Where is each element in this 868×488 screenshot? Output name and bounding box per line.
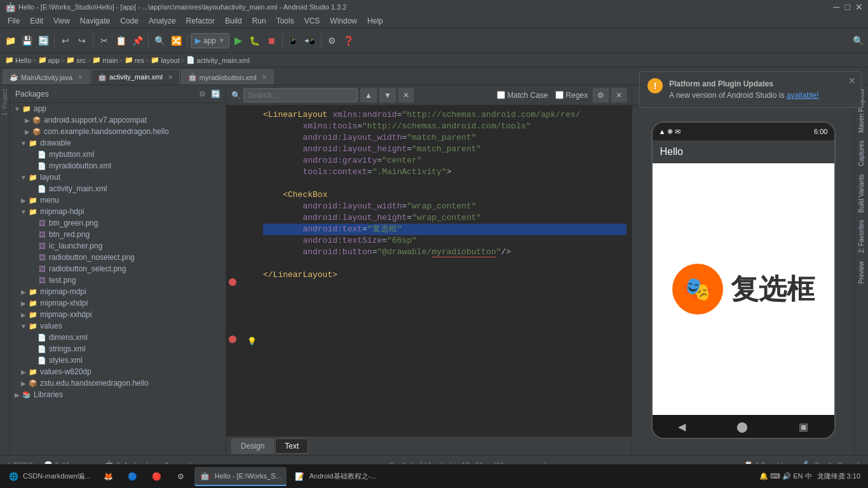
tab-close-mainactivity[interactable]: ✕ xyxy=(78,74,83,81)
toolbar-save[interactable]: 💾 xyxy=(19,33,34,48)
run-config-dropdown[interactable]: ▶ app ▼ xyxy=(191,33,229,48)
maximize-button[interactable]: □ xyxy=(845,2,850,12)
breadcrumb-file[interactable]: activity_main.xml xyxy=(196,57,250,64)
toolbar-undo[interactable]: ↩ xyxy=(58,33,73,48)
taskbar-word[interactable]: 📝 Android基础教程之-... xyxy=(289,467,382,486)
find-close-button[interactable]: ✕ xyxy=(398,88,414,102)
taskbar-android-studio[interactable]: 🤖 Hello - [E:\Works_S... xyxy=(194,467,287,486)
menu-vcs[interactable]: VCS xyxy=(299,15,325,27)
menu-window[interactable]: Window xyxy=(325,15,362,27)
nav-back[interactable]: ◀ xyxy=(678,421,686,433)
code-editor[interactable]: 💡 <LinearLayout xmlns:android="http://sc… xyxy=(226,105,632,436)
help[interactable]: ❓ xyxy=(341,33,356,48)
menu-run[interactable]: Run xyxy=(247,15,271,27)
toolbar-replace[interactable]: 🔀 xyxy=(168,33,184,48)
taskbar-firefox[interactable]: 🦊 xyxy=(98,467,119,486)
toolbar-open[interactable]: 📁 xyxy=(3,33,18,48)
search-everywhere[interactable]: 🔍 xyxy=(850,33,865,48)
menu-navigate[interactable]: Navigate xyxy=(75,15,115,27)
tab-mainactivity[interactable]: ☕ MainActivity.java ✕ xyxy=(3,69,90,85)
menu-analyze[interactable]: Analyze xyxy=(144,15,181,27)
tree-item-dimens[interactable]: 📄 dimens.xml xyxy=(10,332,226,343)
tree-item-mybutton[interactable]: 📄 mybutton.xml xyxy=(10,149,226,160)
toolbar-search[interactable]: 🔍 xyxy=(152,33,167,48)
menu-code[interactable]: Code xyxy=(115,15,144,27)
tree-item-strings[interactable]: 📄 strings.xml xyxy=(10,343,226,355)
match-case-checkbox[interactable]: Match Case xyxy=(497,91,548,100)
tree-item-styles[interactable]: 📄 styles.xml xyxy=(10,355,226,366)
tab-close-activitymain[interactable]: ✕ xyxy=(168,74,173,81)
tree-item-mipmap-mdpi[interactable]: ▶ 📁 mipmap-mdpi xyxy=(10,286,226,297)
code-content[interactable]: <LinearLayout xmlns:android="http://sche… xyxy=(258,108,632,433)
find-input[interactable] xyxy=(243,88,358,102)
tree-item-radiobutton-noselect[interactable]: 🖼 radiobutton_noselect.png xyxy=(10,252,226,263)
tree-sync-icon[interactable]: 🔄 xyxy=(211,90,220,98)
tree-item-layout[interactable]: ▼ 📁 layout xyxy=(10,172,226,183)
nav-recent[interactable]: ▣ xyxy=(799,421,808,433)
tab-activity-main[interactable]: 🤖 activity_main.xml ✕ xyxy=(91,69,180,85)
toolbar-copy[interactable]: 📋 xyxy=(113,33,128,48)
taskbar-settings[interactable]: ⚙ xyxy=(170,467,192,486)
breadcrumb-src[interactable]: src xyxy=(76,57,86,64)
tree-item-menu[interactable]: ▶ 📁 menu xyxy=(10,194,226,206)
tab-myradiobutton[interactable]: 🤖 myradiobutton.xml ✕ xyxy=(181,69,274,85)
breadcrumb-app[interactable]: app xyxy=(48,57,60,64)
menu-help[interactable]: Help xyxy=(362,15,388,27)
tree-item-mipmap-xhdpi[interactable]: ▶ 📁 mipmap-xhdpi xyxy=(10,297,226,309)
tree-item-mipmap-xxhdpi[interactable]: ▶ 📁 mipmap-xxhdpi xyxy=(10,309,226,320)
tree-item-btn-red[interactable]: 🖼 btn_red.png xyxy=(10,229,226,240)
stop-button[interactable]: ⏹ xyxy=(264,33,279,48)
toolbar-paste[interactable]: 📌 xyxy=(130,33,145,48)
text-tab[interactable]: Text xyxy=(275,438,308,454)
regex-input[interactable] xyxy=(555,91,564,99)
menu-refactor[interactable]: Refactor xyxy=(181,15,220,27)
match-case-input[interactable] xyxy=(497,91,505,99)
preview-label[interactable]: Preview xyxy=(858,257,865,288)
find-settings-button[interactable]: ⚙ xyxy=(593,88,609,102)
toolbar-sync[interactable]: 🔄 xyxy=(36,33,51,48)
avd-manager[interactable]: 📲 xyxy=(302,33,318,48)
find-prev-button[interactable]: ▲ xyxy=(360,88,377,102)
toolbar-redo[interactable]: ↪ xyxy=(74,33,90,48)
menu-edit[interactable]: Edit xyxy=(25,15,48,27)
debug-button[interactable]: 🐛 xyxy=(247,33,262,48)
tree-item-zstu[interactable]: ▶ 📦 zstu.edu.handsomedragon.hello xyxy=(10,377,226,389)
menu-view[interactable]: View xyxy=(48,15,75,27)
menu-build[interactable]: Build xyxy=(220,15,247,27)
sdk-manager[interactable]: 📱 xyxy=(286,33,301,48)
tree-item-appcompat[interactable]: ▶ 📦 android.support.v7.appcompat xyxy=(10,114,226,126)
taskbar-chrome[interactable]: 🔵 xyxy=(122,467,144,486)
tree-item-values-w820dp[interactable]: ▶ 📁 values-w820dp xyxy=(10,366,226,377)
breadcrumb-main[interactable]: main xyxy=(102,57,118,64)
breadcrumb-hello[interactable]: Hello xyxy=(15,57,31,64)
breadcrumb-res[interactable]: res xyxy=(135,57,144,64)
toolbar-cut[interactable]: ✂ xyxy=(97,33,112,48)
tree-item-ic-launcher[interactable]: 🖼 ic_launcher.png xyxy=(10,240,226,252)
menu-file[interactable]: File xyxy=(3,15,25,27)
find-close2-button[interactable]: ✕ xyxy=(611,88,627,102)
minimize-button[interactable]: ─ xyxy=(834,2,840,12)
tab-close-myradiobutton[interactable]: ✕ xyxy=(262,74,267,81)
tree-item-radiobutton-select[interactable]: 🖼 radiobutton_select.png xyxy=(10,263,226,274)
menu-tools[interactable]: Tools xyxy=(271,15,299,27)
run-button[interactable]: ▶ xyxy=(231,33,246,48)
tree-item-values[interactable]: ▼ 📁 values xyxy=(10,320,226,332)
tree-item-myradiobutton[interactable]: 📄 myradiobutton.xml xyxy=(10,160,226,172)
tree-item-btn-green[interactable]: 🖼 btn_green.png xyxy=(10,217,226,229)
taskbar-csdn[interactable]: 🌐 CSDN-markdown编... xyxy=(3,467,95,486)
notification-link[interactable]: available! xyxy=(787,91,819,100)
captures-label[interactable]: Captures xyxy=(858,137,865,170)
tree-item-drawable[interactable]: ▼ 📁 drawable xyxy=(10,137,226,149)
regex-checkbox[interactable]: Regex xyxy=(555,91,588,100)
breadcrumb-layout[interactable]: layout xyxy=(161,57,179,64)
tree-item-mipmap-hdpi[interactable]: ▼ 📁 mipmap-hdpi xyxy=(10,206,226,217)
notification-close-button[interactable]: ✕ xyxy=(848,76,856,86)
design-tab[interactable]: Design xyxy=(231,438,274,454)
nav-home[interactable]: ⬤ xyxy=(736,421,748,433)
tree-settings-icon[interactable]: ⚙ xyxy=(199,90,206,98)
tree-item-libraries[interactable]: ▶ 📚 Libraries xyxy=(10,389,226,400)
tree-item-activity-main[interactable]: 📄 activity_main.xml xyxy=(10,183,226,194)
find-next-button[interactable]: ▼ xyxy=(379,88,396,102)
tree-item-example[interactable]: ▶ 📦 com.example.handsomedragon.hello xyxy=(10,126,226,137)
tree-item-test[interactable]: 🖼 test.png xyxy=(10,274,226,286)
